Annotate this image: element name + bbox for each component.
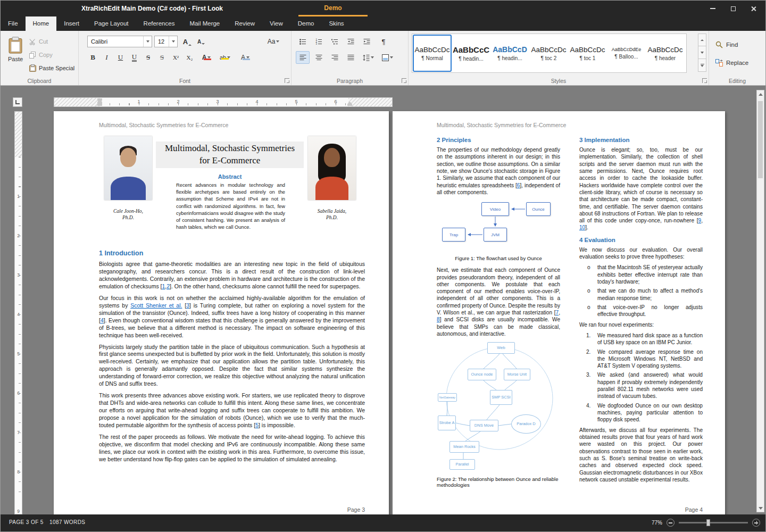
font-size-dropdown[interactable] bbox=[169, 36, 177, 47]
scroll-up-button[interactable] bbox=[757, 90, 764, 98]
italic-button[interactable]: I bbox=[100, 51, 113, 64]
cut-button[interactable]: Cut bbox=[29, 36, 48, 47]
page-4[interactable]: Multimodal, Stochastic Symmetries for E-… bbox=[393, 111, 725, 514]
body-paragraph[interactable]: This work presents three advances above … bbox=[99, 392, 365, 429]
running-header[interactable]: Multimodal, Stochastic Symmetries for E-… bbox=[99, 122, 228, 128]
tab-stop-selector[interactable] bbox=[13, 97, 22, 107]
font-color-button[interactable]: A bbox=[198, 51, 215, 64]
list-item[interactable]: 1. We measured hard disk space as a func… bbox=[579, 332, 703, 346]
align-center-button[interactable] bbox=[312, 51, 326, 64]
justify-button[interactable] bbox=[344, 51, 357, 64]
change-case-button[interactable]: Aa bbox=[265, 36, 282, 47]
multilevel-list-button[interactable] bbox=[328, 36, 342, 47]
flowchart-node-jvm[interactable]: JVM bbox=[484, 228, 507, 242]
font-name-combo[interactable]: Calibri bbox=[87, 36, 152, 47]
font-size-combo[interactable]: 12 bbox=[154, 36, 178, 47]
ribbon-tab-mail-merge[interactable]: Mail Merge bbox=[182, 16, 227, 31]
flowchart-node-netgateway[interactable]: NetGateway bbox=[438, 393, 457, 402]
font-dialog-launcher[interactable] bbox=[285, 78, 289, 83]
flowchart-node-ounce-node[interactable]: Ounce node bbox=[468, 369, 496, 380]
ribbon-tab-page-layout[interactable]: Page Layout bbox=[87, 16, 136, 31]
ribbon-tab-file[interactable]: File bbox=[1, 16, 26, 31]
paste-button[interactable]: Paste bbox=[5, 34, 26, 79]
superscript-button[interactable]: X² bbox=[169, 51, 182, 64]
maximize-button[interactable] bbox=[723, 1, 743, 16]
numbered-list-button[interactable]: 123 bbox=[312, 36, 326, 47]
body-paragraph[interactable]: Ounce is elegant; so, too, must be our i… bbox=[579, 146, 703, 231]
shrink-font-button[interactable]: A bbox=[195, 36, 207, 47]
section-heading-introduction[interactable]: 1 Introduction bbox=[99, 250, 365, 257]
list-item[interactable]: o that the Macintosh SE of yesteryear ac… bbox=[579, 264, 703, 285]
flowchart-node-ounce[interactable]: Ounce bbox=[526, 202, 551, 216]
find-button[interactable]: Find bbox=[715, 39, 738, 50]
body-paragraph[interactable]: Biologists agree that game-theoretic mod… bbox=[99, 261, 365, 290]
double-strikethrough-button[interactable]: S bbox=[155, 51, 169, 64]
scroll-down-button[interactable] bbox=[757, 504, 764, 512]
scrollbar-thumb[interactable] bbox=[758, 101, 763, 178]
list-item[interactable]: o that voice-over-IP no longer adjusts e… bbox=[579, 304, 703, 318]
double-underline-button[interactable]: U bbox=[128, 51, 141, 64]
styles-scroll-down-button[interactable] bbox=[698, 46, 706, 59]
body-paragraph[interactable]: Our focus in this work is not on whether… bbox=[99, 295, 365, 339]
style-item-heading1[interactable]: AaBbCcC ¶ headin... bbox=[452, 35, 490, 72]
body-paragraph[interactable]: Physicists largely study the partition t… bbox=[99, 344, 365, 388]
ribbon-tab-home[interactable]: Home bbox=[26, 16, 57, 31]
document-title[interactable]: Multimodal, Stochastic Symmetries for E-… bbox=[156, 142, 304, 168]
ribbon-tab-insert[interactable]: Insert bbox=[56, 16, 87, 31]
zoom-slider-thumb[interactable] bbox=[706, 519, 710, 526]
style-item-normal[interactable]: AaBbCcDc ¶ Normal bbox=[413, 35, 452, 72]
body-paragraph[interactable]: Afterwards, we discuss all four experime… bbox=[579, 427, 703, 484]
line-spacing-button[interactable] bbox=[360, 51, 377, 64]
styles-scroll-up-button[interactable] bbox=[698, 34, 706, 46]
highlight-button[interactable]: ab bbox=[216, 51, 234, 64]
grow-font-button[interactable]: A bbox=[181, 36, 194, 47]
figure-1-flowchart[interactable]: Video Ounce Trap JVM bbox=[437, 200, 560, 253]
page-indicator[interactable]: PAGE 3 OF 5 bbox=[9, 514, 44, 530]
font-name-dropdown[interactable] bbox=[143, 36, 152, 47]
style-item-toc1[interactable]: AaBbCcDc ¶ toc 1 bbox=[568, 35, 607, 72]
flowchart-node-dns-move[interactable]: DNS Move bbox=[470, 420, 498, 431]
word-count[interactable]: 1087 WORDS bbox=[49, 514, 85, 530]
zoom-slider[interactable] bbox=[679, 522, 748, 523]
zoom-out-button[interactable] bbox=[667, 519, 675, 527]
citation-link[interactable]: Scott Shenker et al. bbox=[130, 302, 182, 309]
align-right-button[interactable] bbox=[328, 51, 342, 64]
author-caption-1[interactable]: Cale Joon-Ho, Ph.D. bbox=[99, 208, 157, 221]
author-photo-2[interactable] bbox=[308, 136, 356, 200]
abstract-heading[interactable]: Abstract bbox=[156, 173, 304, 180]
align-left-button[interactable] bbox=[296, 51, 310, 64]
style-item-balloon[interactable]: AaBbCcDdEe ¶ Balloo... bbox=[607, 35, 646, 72]
body-paragraph[interactable]: The rest of the paper proceeds as follow… bbox=[99, 434, 365, 463]
flowchart-node-smp-scsi[interactable]: SMP SCSI bbox=[490, 390, 512, 405]
paste-special-button[interactable]: Paste Special bbox=[29, 63, 74, 73]
styles-expand-button[interactable] bbox=[698, 59, 706, 72]
style-item-toc2[interactable]: AaBbCcDc ¶ toc 2 bbox=[529, 35, 568, 72]
vertical-scrollbar[interactable] bbox=[756, 90, 764, 512]
style-item-header[interactable]: AaBbCcDc ¶ header bbox=[646, 35, 685, 72]
flowchart-node-morse-unit[interactable]: Morse Unit bbox=[504, 369, 530, 380]
flowchart-node-mean-rocks[interactable]: Mean Rocks bbox=[449, 441, 479, 453]
flowchart-node-video[interactable]: Video bbox=[481, 202, 509, 216]
text-effects-button[interactable]: A bbox=[236, 51, 254, 64]
citation-link[interactable]: 10 bbox=[579, 225, 585, 230]
figure-2-flowchart[interactable]: Web Ounce node Morse Unit SMP SCSI NetGa… bbox=[437, 341, 560, 474]
bullet-list-button[interactable] bbox=[296, 36, 310, 47]
ribbon-tab-view[interactable]: View bbox=[262, 16, 290, 31]
underline-button[interactable]: U bbox=[114, 51, 127, 64]
ribbon-tab-references[interactable]: References bbox=[136, 16, 182, 31]
increase-indent-button[interactable] bbox=[360, 36, 373, 47]
flowchart-node-web[interactable]: Web bbox=[487, 342, 515, 354]
ribbon-tab-demo[interactable]: Demo bbox=[290, 16, 322, 31]
body-paragraph[interactable]: We now discuss our evaluation. Our overa… bbox=[579, 246, 703, 261]
list-item[interactable]: o that we can do much to affect a method… bbox=[579, 287, 703, 302]
vertical-ruler[interactable]: 1 2 3 4 5 6 7 8 9 bbox=[14, 111, 22, 514]
bold-button[interactable]: B bbox=[86, 51, 99, 64]
body-paragraph[interactable]: Next, we estimate that each component of… bbox=[437, 267, 560, 337]
figure-2-caption[interactable]: Figure 2: The relationship between Ounce… bbox=[437, 476, 560, 488]
close-button[interactable] bbox=[743, 1, 763, 16]
author-photo-1[interactable] bbox=[104, 136, 152, 200]
list-item[interactable]: 2. We compared average response time on … bbox=[579, 348, 703, 370]
body-paragraph[interactable]: We ran four novel experiments: bbox=[579, 321, 703, 328]
document-area[interactable]: 1 2 3 4 5 6 1 2 3 4 5 6 7 8 9 bbox=[1, 86, 765, 514]
subscript-button[interactable]: X₂ bbox=[183, 51, 196, 64]
